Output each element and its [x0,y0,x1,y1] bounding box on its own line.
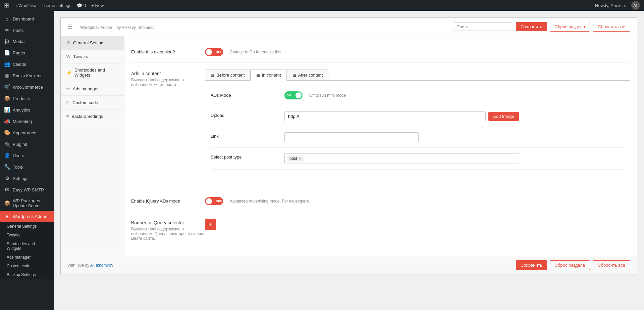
wordpress-addon-icon: ♥ [4,214,10,219]
enable-extension-label: Enable this extension? [131,48,205,54]
link-label: Link [211,132,284,139]
sidebar-sub-general-settings[interactable]: General Settings [0,222,54,231]
post-tag-remove[interactable]: ✕ [299,157,302,161]
sidebar-sub-tweaks[interactable]: Tweaks [0,231,54,239]
link-value [284,132,625,142]
sidebar-item-dashboard[interactable]: ⌂ Dashboard [0,13,54,25]
link-field: Link [211,127,625,148]
dashboard-icon: ⌂ [4,16,10,22]
appearance-icon: 🎨 [4,130,10,136]
plugin-title-group: Wordpress Addon by Aleksey Tihomirov [77,23,154,31]
header-save-button[interactable]: Сохранить [516,22,547,31]
footer-save-button[interactable]: Сохранить [516,260,547,270]
sidebar-item-pages[interactable]: 📄 Pages [0,47,54,58]
plugin-footer: With love by A Tikhomirov Сохранить Сбро… [61,256,637,274]
select-post-type-label: Select post type [211,153,284,160]
header-reset-section-button[interactable]: Сброс раздела [550,22,590,32]
theme-settings-link[interactable]: Theme settings [42,3,71,8]
smtp-icon: ✉ [4,187,10,193]
analytics-icon: 📊 [4,107,10,113]
plugin-sidebar-custom-code[interactable]: ◇ Custom code [61,96,124,109]
banner-selector-field: Banner in jQuery selector Выводит html с… [131,212,630,249]
banner-selector-value: + [205,219,630,230]
pages-icon: 📄 [4,50,10,56]
sidebar-item-analytics[interactable]: 📊 Analytics [0,104,54,116]
sidebar-item-posts[interactable]: ✏ Posts [0,25,54,36]
marketing-icon: 📣 [4,118,10,124]
sidebar-item-users[interactable]: 👤 Users [0,150,54,161]
sidebar-item-marketing[interactable]: 📣 Marketing [0,116,54,127]
upload-url-input[interactable] [284,112,486,121]
link-input[interactable] [284,132,419,142]
sidebar-item-products[interactable]: 📦 Products [0,93,54,104]
sidebar-sub-shortcodes-widgets[interactable]: Shortcodes and Widgets [0,239,54,253]
sidebar-sub-backup-settings[interactable]: Backup Settings [0,270,54,279]
plugin-sidebar-tweaks[interactable]: W Tweaks [61,50,124,63]
tools-icon: 🔧 [4,164,10,170]
plugin-sidebar-ads-manager[interactable]: ✏ Ads manager [61,82,124,96]
add-image-button[interactable]: Add Image [488,112,519,121]
wp-packages-icon: 📦 [4,200,10,206]
comments-icon: 💬 [77,3,82,8]
plugin-sidebar-backup-settings[interactable]: ≡ Backup Settings [61,109,124,123]
plugin-body: ⚙ General Settings W Tweaks ⚡ Shortcodes… [61,36,637,256]
ads-mode-toggle-knob [296,92,302,98]
new-content-link[interactable]: + New [91,3,104,8]
sidebar-sub-ads-manager[interactable]: Ads manager [0,253,54,262]
select-post-type-value: post ✕ [284,153,625,164]
footer-reset-all-button[interactable]: Сбросить все [593,260,630,270]
add-banner-button[interactable]: + [205,219,216,230]
tweaks-icon: W [66,54,70,59]
list-view-icon[interactable]: ☰ [67,24,72,30]
ads-mode-toggle[interactable] [284,91,303,99]
tab-before-content[interactable]: ▦ Before content [205,70,251,81]
footer-author-link[interactable]: A Tikhomirov [90,263,113,268]
enable-jquery-hint: Advanced Advertising mode. For developer… [230,199,310,204]
plugin-sidebar-shortcodes[interactable]: ⚡ Shortcodes and Widgets [61,63,124,82]
tab-in-content[interactable]: ▦ In content [251,70,287,81]
sidebar-item-easy-wp-smtp[interactable]: ✉ Easy WP SMTP [0,184,54,195]
ads-tabs-container: ▦ Before content ▦ In content ▦ [205,70,630,81]
settings-icon: ⚙ [4,175,10,181]
sidebar-item-tools[interactable]: 🔧 Tools [0,161,54,173]
custom-code-icon: ◇ [66,100,70,105]
wp-logo-icon: ⊞ [4,2,9,9]
comments-link[interactable]: 💬 0 [77,3,86,8]
sidebar-item-media[interactable]: 🖼 Media [0,36,54,47]
users-icon: 👤 [4,152,10,159]
woocommerce-icon: 🛒 [4,84,10,90]
before-content-tab-icon: ▦ [211,73,214,78]
tab-after-content[interactable]: ▦ After content [287,70,329,81]
plugin-sidebar-general-settings[interactable]: ⚙ General Settings [61,36,124,50]
header-actions: Сохранить Сброс раздела Сбросить все [453,22,630,32]
enable-jquery-toggle[interactable] [205,197,223,205]
sidebar-item-bloki[interactable]: ▦ Блоки Контена [0,70,54,81]
header-reset-all-button[interactable]: Сбросить все [593,22,630,32]
footer-actions: Сохранить Сброс раздела Сбросить все [516,260,630,270]
in-content-tab-icon: ▦ [256,73,260,78]
footer-text: With love by A Tikhomirov [67,263,113,268]
header-search-input[interactable] [453,23,513,31]
site-name[interactable]: ⌂ Woo2iiko [14,3,36,8]
sidebar-sub-custom-code[interactable]: Custom code [0,262,54,270]
sidebar-item-wp-packages[interactable]: 📦 WP Packages Update Server [0,195,54,211]
toggle-knob [206,49,212,55]
footer-reset-section-button[interactable]: Сброс раздела [550,260,590,270]
sidebar-item-settings[interactable]: ⚙ Settings [0,173,54,184]
ads-mode-field: ADs Mode Off to run html mode [211,86,625,106]
after-content-tab-icon: ▦ [292,73,296,78]
backup-icon: ≡ [66,114,69,119]
sidebar-item-woocommerce[interactable]: 🛒 WooCommerce [0,81,54,93]
post-type-tag-input[interactable]: post ✕ [284,153,519,164]
sidebar-item-clients[interactable]: 👥 Clients [0,58,54,70]
avatar[interactable]: АТ [631,1,640,10]
sidebar-item-appearance[interactable]: 🎨 Appearance [0,127,54,138]
select-post-type-field: Select post type post ✕ [211,148,625,170]
enable-extension-toggle[interactable] [205,48,223,56]
home-icon: ⌂ [14,3,17,8]
enable-extension-value: Change to On for enable this. [205,48,630,57]
plugins-icon: 🔌 [4,141,10,147]
sidebar-item-plugins[interactable]: 🔌 Plugins [0,138,54,150]
sidebar-item-wordpress-addon[interactable]: ♥ Wordpress Addon [0,211,54,222]
ads-in-content-label: Ads in content Выводит html содержимое в… [131,70,205,90]
